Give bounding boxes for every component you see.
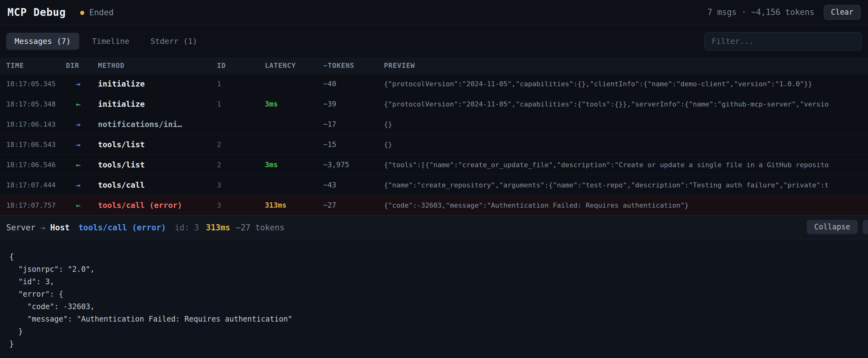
row-id: 2 (217, 161, 265, 169)
column-header-tokens: ~TOKENS (323, 62, 384, 70)
row-tokens: ~17 (323, 120, 384, 128)
copy-button[interactable]: Copy (863, 220, 868, 234)
detail-target: Host (50, 223, 70, 232)
row-id: 2 (217, 141, 265, 148)
table-row[interactable]: 18:17:06.546 ← tools/list 2 3ms ~3,975 {… (0, 155, 868, 175)
tab-timeline[interactable]: Timeline (84, 33, 138, 50)
clear-button[interactable]: Clear (824, 5, 861, 19)
row-preview: {"code":-32603,"message":"Authentication… (384, 201, 868, 209)
column-header-dir: DIR (66, 62, 98, 70)
detail-actions: Collapse Copy (807, 220, 868, 234)
direction-arrow-icon: → (40, 223, 45, 232)
title-bar-right: 7 msgs · ~4,156 tokens Clear (707, 5, 861, 19)
row-time: 18:17:06.546 (6, 161, 66, 169)
column-header-method: METHOD (98, 62, 217, 70)
mcp-debug-window: MCP Debug ● Ended 7 msgs · ~4,156 tokens… (0, 0, 868, 358)
row-preview: {"protocolVersion":"2024-11-05","capabil… (384, 80, 868, 88)
column-header-preview: PREVIEW (384, 62, 868, 70)
collapse-button[interactable]: Collapse (807, 220, 858, 234)
row-method: tools/list (98, 140, 217, 149)
row-latency: 313ms (265, 201, 323, 209)
row-tokens: ~43 (323, 181, 384, 189)
table-row[interactable]: 18:17:05.348 ← initialize 1 3ms ~39 {"pr… (0, 94, 868, 114)
row-time: 18:17:07.444 (6, 181, 66, 189)
row-latency: 3ms (265, 161, 323, 169)
row-tokens: ~27 (323, 201, 384, 209)
session-status: Ended (89, 8, 114, 17)
page-title: MCP Debug (7, 6, 66, 18)
row-tokens: ~15 (323, 140, 384, 148)
row-time: 18:17:05.345 (6, 80, 66, 88)
row-id: 3 (217, 181, 265, 189)
table-row[interactable]: 18:17:06.143 → notifications/ini… ~17 {} (0, 114, 868, 135)
detail-tokens: ~27 tokens (236, 223, 285, 232)
tab-stderr[interactable]: Stderr (1) (142, 33, 206, 50)
message-table: 18:17:05.345 → initialize 1 ~40 {"protoc… (0, 74, 868, 215)
direction-arrow-icon: → (66, 140, 98, 149)
direction-arrow-icon: ← (66, 160, 98, 169)
detail-id: id: 3 (175, 223, 199, 232)
row-time: 18:17:07.757 (6, 201, 66, 209)
message-count-summary: 7 msgs · ~4,156 tokens (707, 7, 814, 17)
detail-latency: 313ms (206, 223, 230, 232)
row-time: 18:17:06.143 (6, 120, 66, 128)
table-header: TIME DIR METHOD ID LATENCY ~TOKENS PREVI… (0, 58, 868, 74)
row-method: initialize (98, 100, 217, 109)
detail-panel-header: Server → Host tools/call (error) id: 3 3… (0, 215, 868, 239)
row-tokens: ~40 (323, 80, 384, 88)
direction-arrow-icon: → (66, 120, 98, 129)
direction-arrow-icon: ← (66, 201, 98, 210)
title-bar: MCP Debug ● Ended 7 msgs · ~4,156 tokens… (0, 0, 868, 25)
table-row[interactable]: 18:17:07.444 → tools/call 3 ~43 {"name":… (0, 175, 868, 195)
row-preview: {"protocolVersion":"2024-11-05","capabil… (384, 100, 868, 108)
detail-method: tools/call (error) (79, 223, 166, 232)
row-method: tools/list (98, 160, 217, 169)
row-tokens: ~3,975 (323, 161, 384, 169)
row-time: 18:17:06.543 (6, 141, 66, 148)
row-preview: {"tools":[{"name":"create_or_update_file… (384, 161, 868, 169)
direction-arrow-icon: → (66, 79, 98, 88)
row-preview: {} (384, 141, 868, 148)
row-preview: {} (384, 120, 868, 128)
row-method: tools/call (error) (98, 201, 217, 210)
row-method: tools/call (98, 181, 217, 190)
row-time: 18:17:05.348 (6, 100, 66, 108)
tab-bar: Messages (7) Timeline Stderr (1) (0, 25, 868, 58)
tab-messages[interactable]: Messages (7) (6, 33, 79, 50)
table-row[interactable]: 18:17:07.757 ← tools/call (error) 3 313m… (0, 195, 868, 215)
column-header-latency: LATENCY (265, 62, 323, 70)
row-method: initialize (98, 79, 217, 88)
row-preview: {"name":"create_repository","arguments":… (384, 181, 868, 189)
row-latency: 3ms (265, 100, 323, 108)
direction-arrow-icon: ← (66, 100, 98, 109)
row-tokens: ~39 (323, 100, 384, 108)
row-id: 3 (217, 201, 265, 209)
status-dot-icon: ● (80, 9, 84, 16)
direction-arrow-icon: → (66, 181, 98, 190)
column-header-time: TIME (6, 62, 66, 70)
message-json-body: { "jsonrpc": "2.0", "id": 3, "error": { … (0, 239, 868, 357)
row-id: 1 (217, 80, 265, 88)
row-method: notifications/ini… (98, 120, 217, 129)
table-row[interactable]: 18:17:05.345 → initialize 1 ~40 {"protoc… (0, 74, 868, 94)
column-header-id: ID (217, 62, 265, 70)
filter-input[interactable] (705, 32, 862, 50)
table-row[interactable]: 18:17:06.543 → tools/list 2 ~15 {} (0, 135, 868, 155)
row-id: 1 (217, 100, 265, 108)
detail-source: Server (6, 223, 35, 232)
